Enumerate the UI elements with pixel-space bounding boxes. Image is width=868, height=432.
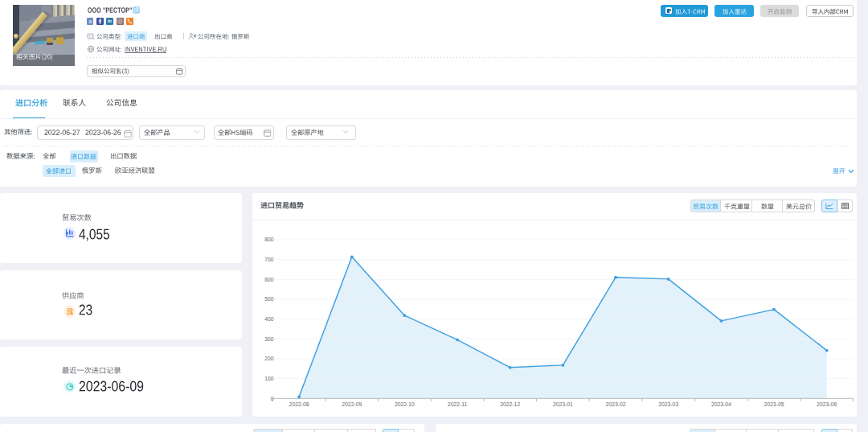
svg-text:700: 700 <box>264 257 273 262</box>
svg-text:400: 400 <box>264 316 273 322</box>
svg-text:2022-12: 2022-12 <box>500 401 520 407</box>
svg-text:2023-02: 2023-02 <box>606 401 626 407</box>
svg-text:2023-04: 2023-04 <box>711 401 731 407</box>
svg-text:2022-10: 2022-10 <box>395 401 415 407</box>
svg-text:2023-01: 2023-01 <box>553 401 573 407</box>
svg-text:800: 800 <box>264 237 273 242</box>
svg-text:300: 300 <box>264 336 273 342</box>
svg-text:100: 100 <box>264 376 273 381</box>
svg-text:200: 200 <box>264 356 273 361</box>
svg-text:500: 500 <box>264 296 273 302</box>
svg-text:2022-11: 2022-11 <box>448 401 468 407</box>
svg-text:2023-05: 2023-05 <box>764 401 784 407</box>
svg-text:2023-06: 2023-06 <box>817 401 837 407</box>
svg-text:0: 0 <box>271 396 274 401</box>
svg-text:a: a <box>88 19 92 24</box>
svg-text:2022-08: 2022-08 <box>289 401 309 407</box>
svg-text:2023-03: 2023-03 <box>658 401 678 407</box>
svg-text:in: in <box>108 19 112 23</box>
svg-text:2022-09: 2022-09 <box>342 401 362 407</box>
svg-text:600: 600 <box>264 277 273 282</box>
